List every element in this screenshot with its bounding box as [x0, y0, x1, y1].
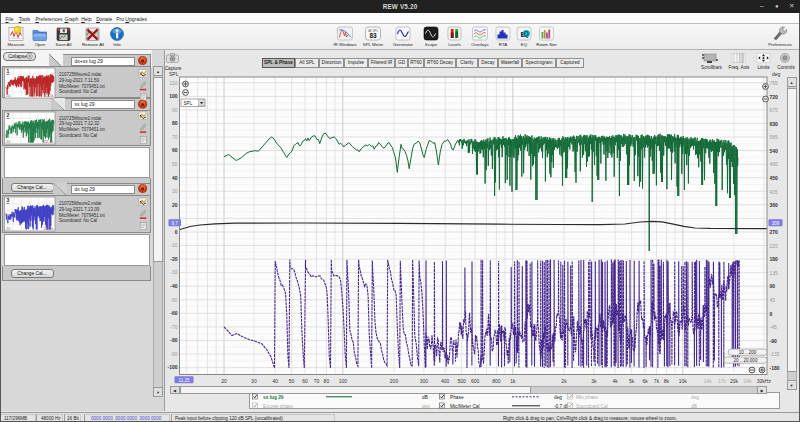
svg-text:270: 270 [770, 229, 779, 235]
svg-text:309: 309 [772, 221, 780, 226]
svg-text:765: 765 [770, 80, 779, 86]
svg-text:70: 70 [172, 134, 178, 140]
svg-text:45: 45 [770, 297, 776, 303]
svg-text:40: 40 [172, 175, 178, 181]
svg-text:135: 135 [770, 270, 779, 276]
svg-text:90: 90 [172, 107, 178, 113]
svg-text:6k: 6k [642, 378, 648, 384]
svg-text:2k: 2k [561, 378, 567, 384]
svg-text:-90: -90 [170, 351, 177, 357]
svg-text:SPL: SPL [169, 71, 179, 77]
svg-text:-135: -135 [770, 351, 780, 357]
svg-text:30: 30 [251, 378, 257, 384]
svg-text:-90: -90 [770, 338, 777, 344]
svg-text:540: 540 [770, 148, 779, 154]
svg-text:4k: 4k [613, 378, 619, 384]
svg-text:-60: -60 [170, 310, 177, 316]
svg-text:100: 100 [169, 93, 178, 99]
svg-text:SPL: SPL [184, 101, 193, 106]
svg-text:585: 585 [770, 134, 779, 140]
svg-text:1k: 1k [510, 378, 516, 384]
svg-text:-10: -10 [170, 242, 177, 248]
svg-text:675: 675 [770, 107, 779, 113]
svg-text:60: 60 [172, 147, 178, 153]
svg-text:-20: -20 [170, 256, 177, 262]
svg-text:22.2k: 22.2k [44, 93, 54, 98]
svg-text:9,7: 9,7 [172, 221, 179, 226]
svg-text:deg: deg [772, 71, 781, 77]
svg-text:20: 20 [221, 378, 227, 384]
svg-text:0: 0 [770, 311, 773, 317]
svg-text:50: 50 [172, 161, 178, 167]
svg-text:5k: 5k [629, 378, 635, 384]
svg-text:22.2k: 22.2k [44, 226, 54, 231]
svg-text:40: 40 [272, 378, 278, 384]
svg-text:110: 110 [170, 80, 178, 86]
svg-text:-80: -80 [170, 337, 177, 343]
svg-text:400: 400 [441, 378, 450, 384]
svg-text:405: 405 [770, 189, 779, 195]
svg-text:100: 100 [339, 378, 348, 384]
svg-text:7k: 7k [654, 378, 660, 384]
svg-text:720: 720 [770, 94, 779, 100]
svg-text:2: 2 [7, 112, 10, 118]
svg-text:-100: -100 [167, 364, 177, 370]
svg-text:20: 20 [6, 139, 11, 144]
svg-text:17k: 17k [718, 378, 727, 384]
svg-text:24k: 24k [743, 378, 752, 384]
svg-text:300: 300 [420, 378, 429, 384]
svg-text:-70: -70 [170, 324, 177, 330]
svg-text:80: 80 [172, 120, 178, 126]
svg-text:360: 360 [770, 202, 779, 208]
svg-text:3: 3 [7, 197, 10, 203]
svg-text:30kHz: 30kHz [757, 378, 772, 384]
svg-text:Q: Q [524, 30, 530, 38]
svg-text:495: 495 [770, 161, 779, 167]
svg-text:8k: 8k [664, 378, 670, 384]
svg-text:630: 630 [770, 121, 779, 127]
svg-text:90: 90 [770, 283, 776, 289]
svg-text:20: 20 [6, 226, 11, 231]
svg-text:3k: 3k [591, 378, 597, 384]
svg-text:10 .. 200: 10 .. 200 [739, 350, 757, 355]
svg-text:-45: -45 [770, 324, 777, 330]
svg-text:10k: 10k [679, 378, 688, 384]
svg-text:0: 0 [175, 229, 178, 235]
svg-text:22.2k: 22.2k [44, 139, 54, 144]
svg-text:20k: 20k [730, 378, 739, 384]
svg-text:450: 450 [770, 175, 779, 181]
svg-text:600: 600 [471, 378, 480, 384]
svg-text:225: 225 [770, 243, 779, 249]
svg-text:60: 60 [302, 378, 308, 384]
svg-text:200: 200 [390, 378, 399, 384]
svg-text:11,25: 11,25 [178, 378, 190, 383]
svg-text:14k: 14k [704, 378, 713, 384]
svg-text:50: 50 [289, 378, 295, 384]
svg-text:180: 180 [770, 256, 779, 262]
svg-text:30: 30 [172, 188, 178, 194]
svg-text:-40: -40 [170, 283, 177, 289]
svg-text:-50: -50 [170, 297, 177, 303]
svg-text:20: 20 [172, 202, 178, 208]
svg-text:1: 1 [7, 68, 10, 74]
svg-text:20: 20 [6, 93, 11, 98]
svg-text:70: 70 [314, 378, 320, 384]
svg-text:500: 500 [457, 378, 466, 384]
svg-text:20 .. 20.000: 20 .. 20.000 [734, 358, 758, 363]
svg-text:-30: -30 [170, 269, 177, 275]
svg-text:-180: -180 [770, 365, 780, 371]
svg-text:800: 800 [492, 378, 501, 384]
svg-text:83: 83 [369, 32, 377, 39]
svg-text:80: 80 [324, 378, 330, 384]
